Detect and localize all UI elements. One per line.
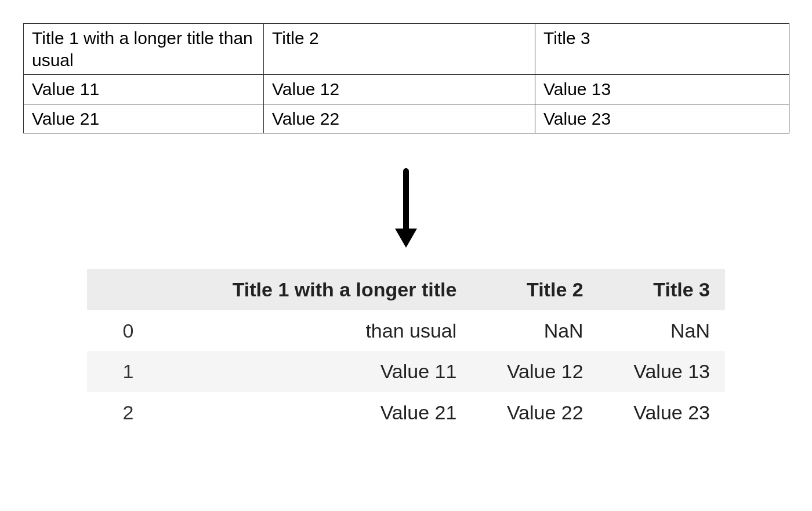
source-data-row: Value 21 Value 22 Value 23: [24, 104, 789, 133]
dataframe-cell: NaN: [599, 310, 725, 351]
dataframe-row: 0 than usual NaN NaN: [87, 310, 725, 351]
diagram-page: Title 1 with a longer title than usual T…: [0, 0, 812, 511]
source-data-cell: Value 22: [264, 104, 535, 133]
dataframe-row: 1 Value 11 Value 12 Value 13: [87, 351, 725, 392]
dataframe-cell: NaN: [472, 310, 598, 351]
dataframe-column-header: Title 1 with a longer title: [169, 269, 472, 310]
dataframe-cell: Value 21: [169, 392, 472, 433]
dataframe-table: Title 1 with a longer title Title 2 Titl…: [87, 269, 725, 433]
svg-marker-1: [395, 229, 417, 248]
transform-arrow: [23, 168, 789, 252]
source-header-row: Title 1 with a longer title than usual T…: [24, 24, 789, 75]
dataframe-header-row: Title 1 with a longer title Title 2 Titl…: [87, 269, 725, 310]
dataframe-output: Title 1 with a longer title Title 2 Titl…: [87, 269, 725, 433]
dataframe-column-header: Title 3: [599, 269, 725, 310]
source-header-cell: Title 1 with a longer title than usual: [24, 24, 264, 75]
source-data-cell: Value 11: [24, 75, 264, 104]
dataframe-row: 2 Value 21 Value 22 Value 23: [87, 392, 725, 433]
source-data-cell: Value 21: [24, 104, 264, 133]
dataframe-cell: Value 23: [599, 392, 725, 433]
source-data-row: Value 11 Value 12 Value 13: [24, 75, 789, 104]
dataframe-index-cell: 1: [87, 351, 169, 392]
dataframe-cell: Value 11: [169, 351, 472, 392]
dataframe-cell: Value 22: [472, 392, 598, 433]
source-data-cell: Value 23: [535, 104, 789, 133]
source-header-cell: Title 2: [264, 24, 535, 75]
source-data-cell: Value 12: [264, 75, 535, 104]
dataframe-cell: Value 12: [472, 351, 598, 392]
dataframe-index-cell: 2: [87, 392, 169, 433]
dataframe-index-cell: 0: [87, 310, 169, 351]
arrow-down-icon: [392, 168, 420, 249]
dataframe-cell: than usual: [169, 310, 472, 351]
dataframe-index-header: [87, 269, 169, 310]
source-header-cell: Title 3: [535, 24, 789, 75]
source-table: Title 1 with a longer title than usual T…: [23, 23, 789, 133]
dataframe-cell: Value 13: [599, 351, 725, 392]
source-data-cell: Value 13: [535, 75, 789, 104]
dataframe-column-header: Title 2: [472, 269, 598, 310]
